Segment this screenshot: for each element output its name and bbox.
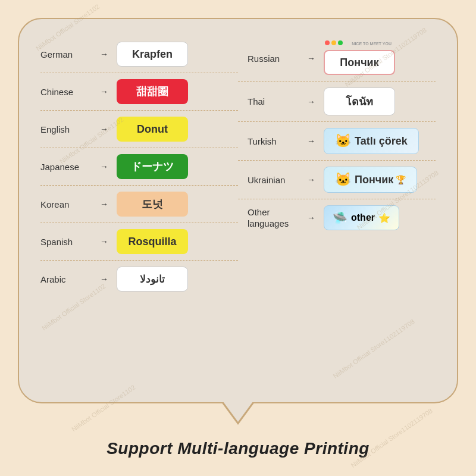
language-row-arabic: Arabic → تانودلا (40, 261, 238, 298)
tag-korean: 도넛 (117, 192, 188, 217)
language-row-german: German → Krapfen (40, 36, 238, 73)
lang-label-other: Other languages (248, 206, 301, 230)
dot-yellow (331, 40, 336, 45)
language-row-ukrainian: Ukrainian → 🐱 Пончик 🏆 (238, 161, 436, 199)
trophy-icon: 🏆 (396, 175, 406, 184)
arrow-japanese: → (100, 162, 108, 171)
lang-label-turkish: Turkish (248, 136, 301, 146)
arrow-ukrainian: → (307, 175, 315, 184)
lang-label-ukrainian: Ukrainian (248, 175, 301, 185)
tag-ukrainian: 🐱 Пончик 🏆 (324, 167, 417, 193)
language-row-other: Other languages → 🛸 other ⭐ (238, 199, 436, 236)
dot-red (325, 40, 330, 45)
arrow-korean: → (100, 199, 108, 209)
main-container: NiiMbot Official Store1102 NiiMbot Offic… (18, 18, 458, 458)
tag-russian: NICE TO MEET YOU Пончик (324, 50, 395, 75)
language-grid: German → Krapfen Chinese → 甜甜圈 Engli (40, 36, 436, 298)
star-icon: ⭐ (378, 212, 390, 224)
window-chrome (325, 40, 343, 45)
lang-label-english: English (40, 124, 94, 134)
lang-label-chinese: Chinese (40, 87, 94, 97)
lang-label-japanese: Japanese (40, 162, 94, 172)
tag-chinese: 甜甜圈 (117, 79, 188, 104)
arrow-russian: → (307, 54, 315, 63)
language-row-chinese: Chinese → 甜甜圈 (40, 73, 238, 111)
language-row-spanish: Spanish → Rosquilla (40, 223, 238, 261)
tag-german: Krapfen (117, 42, 188, 67)
tag-japanese: ドーナツ (117, 154, 188, 179)
left-column: German → Krapfen Chinese → 甜甜圈 Engli (40, 36, 238, 298)
arrow-other: → (307, 213, 315, 223)
tag-turkish: 🐱 Tatlı çörek (324, 128, 419, 154)
arrow-thai: → (307, 97, 315, 107)
arrow-chinese: → (100, 87, 108, 96)
ufo-icon: 🛸 (333, 211, 347, 225)
arrow-english: → (100, 124, 108, 134)
tag-thai: โดนัท (324, 87, 395, 115)
window-label: NICE TO MEET YOU (352, 42, 392, 46)
lang-label-arabic: Arabic (40, 274, 94, 284)
lang-label-thai: Thai (248, 96, 301, 107)
lang-label-russian: Russian (248, 54, 301, 64)
right-column: Russian → NICE TO MEET YOU Пончик T (238, 36, 436, 298)
language-row-japanese: Japanese → ドーナツ (40, 148, 238, 186)
tag-english: Donut (117, 117, 188, 142)
arrow-spanish: → (100, 237, 108, 246)
cat-astronaut-icon: 🐱 (335, 133, 351, 149)
dot-green (338, 40, 343, 45)
footer-title: Support Multi-language Printing (107, 439, 369, 458)
tag-spanish: Rosquilla (117, 229, 188, 254)
language-row-english: English → Donut (40, 111, 238, 148)
arrow-turkish: → (307, 136, 315, 146)
language-row-korean: Korean → 도넛 (40, 186, 238, 223)
lang-label-german: German (40, 49, 94, 60)
lang-label-korean: Korean (40, 199, 94, 209)
arrow-german: → (100, 49, 108, 59)
tag-other: 🛸 other ⭐ (324, 205, 399, 230)
speech-bubble: German → Krapfen Chinese → 甜甜圈 Engli (18, 18, 458, 403)
language-row-russian: Russian → NICE TO MEET YOU Пончик (238, 36, 436, 82)
cat-icon: 🐱 (335, 172, 351, 187)
language-row-turkish: Turkish → 🐱 Tatlı çörek (238, 122, 436, 161)
lang-label-spanish: Spanish (40, 237, 94, 247)
tag-arabic: تانودلا (117, 267, 188, 292)
arrow-arabic: → (100, 274, 108, 284)
language-row-thai: Thai → โดนัท (238, 82, 436, 122)
